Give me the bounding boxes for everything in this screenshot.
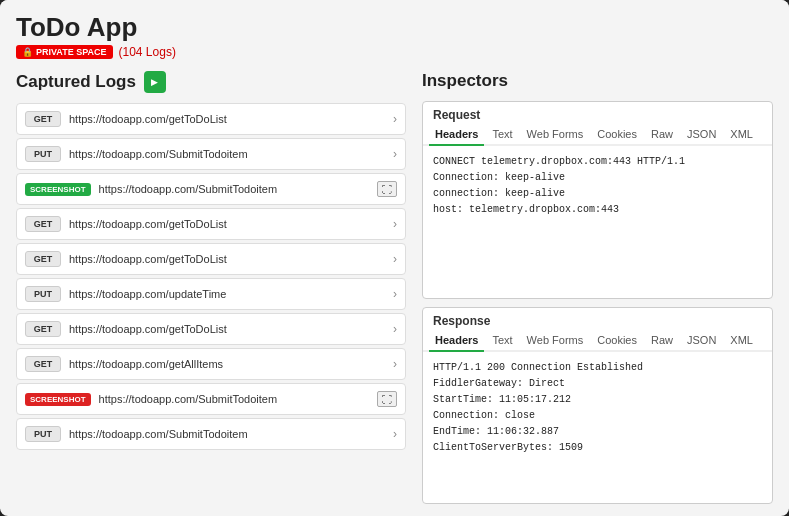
chevron-icon: › [393, 112, 397, 126]
title-bar: ToDo App 🔒 PRIVATE SPACE (104 Logs) [0, 0, 789, 63]
response-inspector: Response Headers Text Web Forms Cookies … [422, 307, 773, 505]
method-badge: PUT [25, 286, 61, 302]
tab-webforms-request[interactable]: Web Forms [521, 124, 590, 146]
chevron-icon: › [393, 252, 397, 266]
private-badge: 🔒 PRIVATE SPACE (104 Logs) [16, 45, 773, 59]
tab-raw-response[interactable]: Raw [645, 330, 679, 352]
private-space-badge: 🔒 PRIVATE SPACE [16, 45, 113, 59]
method-badge: GET [25, 111, 61, 127]
log-url: https://todoapp.com/SubmitTodoitem [99, 393, 369, 405]
screenshot-thumbnail-icon [377, 391, 397, 407]
chevron-icon: › [393, 287, 397, 301]
tab-text-request[interactable]: Text [486, 124, 518, 146]
app-title: ToDo App [16, 12, 773, 43]
method-badge: PUT [25, 426, 61, 442]
logs-count: (104 Logs) [119, 45, 176, 59]
chevron-icon: › [393, 427, 397, 441]
app-window: ToDo App 🔒 PRIVATE SPACE (104 Logs) Capt… [0, 0, 789, 516]
method-badge: GET [25, 321, 61, 337]
inspectors-title: Inspectors [422, 71, 773, 91]
request-tabs: Headers Text Web Forms Cookies Raw JSON … [423, 124, 772, 146]
log-url: https://todoapp.com/SubmitTodoitem [69, 148, 385, 160]
tab-headers-response[interactable]: Headers [429, 330, 484, 352]
log-item[interactable]: PUT https://todoapp.com/SubmitTodoitem › [16, 138, 406, 170]
method-badge: SCREENSHOT [25, 183, 91, 196]
tab-xml-response[interactable]: XML [724, 330, 759, 352]
lock-icon: 🔒 [22, 47, 33, 57]
play-icon[interactable] [144, 71, 166, 93]
response-tabs: Headers Text Web Forms Cookies Raw JSON … [423, 330, 772, 352]
tab-json-response[interactable]: JSON [681, 330, 722, 352]
request-inspector: Request Headers Text Web Forms Cookies R… [422, 101, 773, 299]
response-content: HTTP/1.1 200 Connection Established Fidd… [423, 352, 772, 504]
log-item[interactable]: GET https://todoapp.com/getToDoList › [16, 243, 406, 275]
log-item[interactable]: GET https://todoapp.com/getAllItems › [16, 348, 406, 380]
log-item[interactable]: GET https://todoapp.com/getToDoList › [16, 103, 406, 135]
log-item[interactable]: PUT https://todoapp.com/SubmitTodoitem › [16, 418, 406, 450]
method-badge: GET [25, 356, 61, 372]
tab-text-response[interactable]: Text [486, 330, 518, 352]
method-badge: GET [25, 251, 61, 267]
right-panel: Inspectors Request Headers Text Web Form… [422, 71, 773, 504]
chevron-icon: › [393, 322, 397, 336]
log-item[interactable]: SCREENSHOT https://todoapp.com/SubmitTod… [16, 173, 406, 205]
request-content: CONNECT telemetry.dropbox.com:443 HTTP/1… [423, 146, 772, 298]
tab-headers-request[interactable]: Headers [429, 124, 484, 146]
log-url: https://todoapp.com/getToDoList [69, 253, 385, 265]
response-label: Response [423, 308, 772, 330]
left-panel: Captured Logs GET https://todoapp.com/ge… [16, 71, 406, 504]
chevron-icon: › [393, 217, 397, 231]
log-url: https://todoapp.com/getToDoList [69, 113, 385, 125]
log-url: https://todoapp.com/SubmitTodoitem [69, 428, 385, 440]
log-item[interactable]: PUT https://todoapp.com/updateTime › [16, 278, 406, 310]
log-item[interactable]: SCREENSHOT https://todoapp.com/SubmitTod… [16, 383, 406, 415]
log-list: GET https://todoapp.com/getToDoList › PU… [16, 103, 406, 450]
log-url: https://todoapp.com/getAllItems [69, 358, 385, 370]
tab-webforms-response[interactable]: Web Forms [521, 330, 590, 352]
captured-logs-title: Captured Logs [16, 72, 136, 92]
main-content: Captured Logs GET https://todoapp.com/ge… [0, 63, 789, 516]
method-badge: SCREENSHOT [25, 393, 91, 406]
log-url: https://todoapp.com/updateTime [69, 288, 385, 300]
tab-cookies-response[interactable]: Cookies [591, 330, 643, 352]
chevron-icon: › [393, 357, 397, 371]
request-label: Request [423, 102, 772, 124]
log-url: https://todoapp.com/getToDoList [69, 323, 385, 335]
chevron-icon: › [393, 147, 397, 161]
log-url: https://todoapp.com/getToDoList [69, 218, 385, 230]
log-item[interactable]: GET https://todoapp.com/getToDoList › [16, 208, 406, 240]
tab-xml-request[interactable]: XML [724, 124, 759, 146]
log-url: https://todoapp.com/SubmitTodoitem [99, 183, 369, 195]
method-badge: PUT [25, 146, 61, 162]
tab-cookies-request[interactable]: Cookies [591, 124, 643, 146]
captured-logs-header: Captured Logs [16, 71, 406, 93]
method-badge: GET [25, 216, 61, 232]
tab-raw-request[interactable]: Raw [645, 124, 679, 146]
screenshot-thumbnail-icon [377, 181, 397, 197]
tab-json-request[interactable]: JSON [681, 124, 722, 146]
log-item[interactable]: GET https://todoapp.com/getToDoList › [16, 313, 406, 345]
